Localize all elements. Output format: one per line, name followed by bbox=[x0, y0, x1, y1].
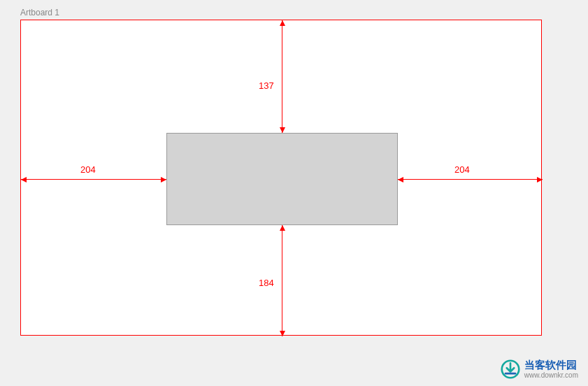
arrow-left-icon bbox=[398, 177, 403, 183]
arrow-down-icon bbox=[280, 331, 285, 336]
measurement-line-top bbox=[282, 20, 282, 133]
arrow-up-icon bbox=[280, 20, 285, 26]
selected-shape-rectangle[interactable] bbox=[166, 133, 398, 225]
artboard-label: Artboard 1 bbox=[20, 8, 59, 17]
watermark-logo-icon bbox=[501, 359, 520, 379]
arrow-right-icon bbox=[161, 177, 166, 183]
measurement-label-right: 204 bbox=[454, 164, 470, 175]
arrow-up-icon bbox=[280, 225, 285, 231]
watermark-text: 当客软件园 www.downkr.com bbox=[524, 359, 578, 379]
measurement-label-bottom: 184 bbox=[259, 278, 274, 288]
artboard-canvas[interactable]: 137 184 204 204 bbox=[20, 20, 542, 336]
arrow-down-icon bbox=[280, 127, 285, 133]
watermark-title: 当客软件园 bbox=[524, 359, 578, 371]
arrow-left-icon bbox=[21, 177, 27, 183]
measurement-label-top: 137 bbox=[259, 80, 274, 91]
measurement-line-left bbox=[21, 179, 166, 180]
measurement-label-left: 204 bbox=[80, 164, 96, 175]
measurement-line-right bbox=[398, 179, 543, 180]
watermark-url: www.downkr.com bbox=[524, 371, 578, 379]
arrow-right-icon bbox=[537, 177, 543, 183]
watermark: 当客软件园 www.downkr.com bbox=[501, 359, 578, 379]
measurement-line-bottom bbox=[282, 225, 282, 336]
